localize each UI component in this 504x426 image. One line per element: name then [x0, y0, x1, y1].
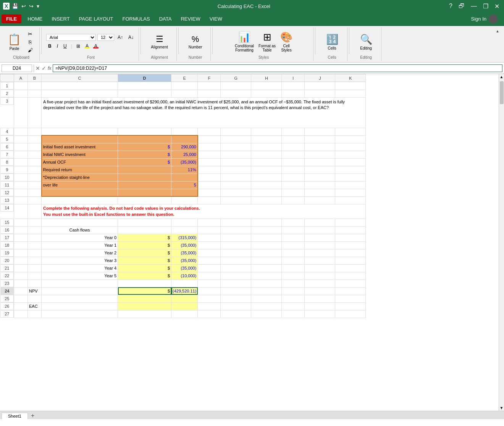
underline-button[interactable]: U	[61, 43, 69, 50]
cell-j17[interactable]	[305, 234, 335, 241]
cell-a5[interactable]	[14, 135, 28, 143]
cell-f24[interactable]	[198, 287, 221, 295]
cell-g5[interactable]	[221, 135, 251, 143]
cell-g19[interactable]	[221, 249, 251, 257]
cell-i18[interactable]	[282, 241, 305, 249]
cell-d11-value[interactable]: 5	[171, 181, 198, 189]
cell-d1[interactable]	[118, 82, 171, 90]
cell-h7[interactable]	[251, 151, 282, 158]
cell-k19[interactable]	[335, 249, 366, 257]
cut-button[interactable]: ✂	[24, 30, 36, 38]
cell-h11[interactable]	[251, 181, 282, 189]
cell-f5[interactable]	[198, 135, 221, 143]
cell-k17[interactable]	[335, 234, 366, 241]
cell-h13[interactable]	[251, 196, 282, 204]
cell-e25[interactable]	[171, 295, 198, 302]
cell-j16[interactable]	[305, 226, 335, 234]
cell-e13[interactable]	[171, 196, 198, 204]
cell-e5[interactable]	[171, 135, 198, 143]
maximize-button[interactable]: ❐	[481, 3, 490, 10]
cell-g9[interactable]	[221, 166, 251, 174]
cell-j12[interactable]	[305, 189, 335, 196]
cell-e27[interactable]	[171, 310, 198, 318]
cell-k5[interactable]	[335, 135, 366, 143]
cell-g21[interactable]	[221, 264, 251, 272]
confirm-formula-icon[interactable]: ✓	[42, 65, 46, 71]
cell-h18[interactable]	[251, 241, 282, 249]
cell-k16[interactable]	[335, 226, 366, 234]
cell-d27[interactable]	[118, 310, 171, 318]
col-header-h[interactable]: H	[251, 74, 282, 82]
cell-a6[interactable]	[14, 143, 28, 151]
cell-f13[interactable]	[198, 196, 221, 204]
cell-d19-sign[interactable]: $	[118, 249, 171, 257]
redo-button[interactable]: ↪	[28, 3, 34, 9]
cell-d20-value[interactable]: (35,000)	[171, 257, 198, 264]
cell-styles-button[interactable]: 🎨 Cell Styles	[279, 31, 294, 53]
cell-c11[interactable]: over life	[42, 181, 118, 189]
cell-g11[interactable]	[221, 181, 251, 189]
cell-g6[interactable]	[221, 143, 251, 151]
cell-d23[interactable]	[118, 280, 171, 287]
cell-e2[interactable]	[171, 90, 198, 97]
cell-c26[interactable]	[42, 302, 118, 310]
cell-a1[interactable]	[14, 82, 28, 90]
conditional-formatting-button[interactable]: 📊 Conditional Formatting	[233, 31, 255, 53]
cell-j27[interactable]	[305, 310, 335, 318]
cell-i10[interactable]	[282, 174, 305, 181]
cell-c12[interactable]	[42, 189, 118, 196]
cell-g27[interactable]	[221, 310, 251, 318]
cell-d4[interactable]	[118, 128, 171, 135]
cell-h26[interactable]	[251, 302, 282, 310]
cell-i15[interactable]	[282, 219, 305, 226]
cell-a23[interactable]	[14, 280, 28, 287]
cell-i1[interactable]	[282, 82, 305, 90]
cell-e23[interactable]	[171, 280, 198, 287]
cell-i9[interactable]	[282, 166, 305, 174]
cell-j18[interactable]	[305, 241, 335, 249]
cell-a19[interactable]	[14, 249, 28, 257]
cell-b10[interactable]	[28, 174, 42, 181]
cell-b22[interactable]	[28, 272, 42, 280]
menu-formulas[interactable]: FORMULAS	[118, 14, 154, 23]
close-button[interactable]: ✕	[493, 3, 501, 10]
cell-a26[interactable]	[14, 302, 28, 310]
cell-b1[interactable]	[28, 82, 42, 90]
cell-j22[interactable]	[305, 272, 335, 280]
collapse-icon[interactable]: ▲	[496, 29, 499, 33]
cell-c1[interactable]	[42, 82, 118, 90]
col-header-c[interactable]: C	[42, 74, 118, 82]
cell-d21-value[interactable]: (35,000)	[171, 264, 198, 272]
cell-b19[interactable]	[28, 249, 42, 257]
editing-button[interactable]: 🔍 Editing	[359, 33, 374, 51]
cell-b15[interactable]	[28, 219, 42, 226]
menu-data[interactable]: DATA	[155, 14, 176, 23]
cell-c16[interactable]: Cash flows	[42, 226, 118, 234]
cell-e4[interactable]	[171, 128, 198, 135]
cell-g7[interactable]	[221, 151, 251, 158]
cell-b16[interactable]	[28, 226, 42, 234]
cell-a20[interactable]	[14, 257, 28, 264]
font-size-select[interactable]: 12	[97, 34, 114, 41]
cell-c19[interactable]: Year 2	[42, 249, 118, 257]
cell-b4[interactable]	[28, 128, 42, 135]
cell-e16[interactable]	[171, 226, 198, 234]
cell-i21[interactable]	[282, 264, 305, 272]
cell-g23[interactable]	[221, 280, 251, 287]
cell-h1[interactable]	[251, 82, 282, 90]
cell-i6[interactable]	[282, 143, 305, 151]
cell-b17[interactable]	[28, 234, 42, 241]
cell-d7-sign[interactable]: $	[118, 151, 171, 158]
cell-h15[interactable]	[251, 219, 282, 226]
cell-b12[interactable]	[28, 189, 42, 196]
cell-b21[interactable]	[28, 264, 42, 272]
cell-j20[interactable]	[305, 257, 335, 264]
cell-a18[interactable]	[14, 241, 28, 249]
cell-i5[interactable]	[282, 135, 305, 143]
cell-b26-eac[interactable]: EAC	[28, 302, 42, 310]
cell-d6-value[interactable]: 290,000	[171, 143, 198, 151]
cell-f2[interactable]	[198, 90, 221, 97]
cell-b24-npv[interactable]: NPV	[28, 287, 42, 295]
cell-a10[interactable]	[14, 174, 28, 181]
cell-k15[interactable]	[335, 219, 366, 226]
